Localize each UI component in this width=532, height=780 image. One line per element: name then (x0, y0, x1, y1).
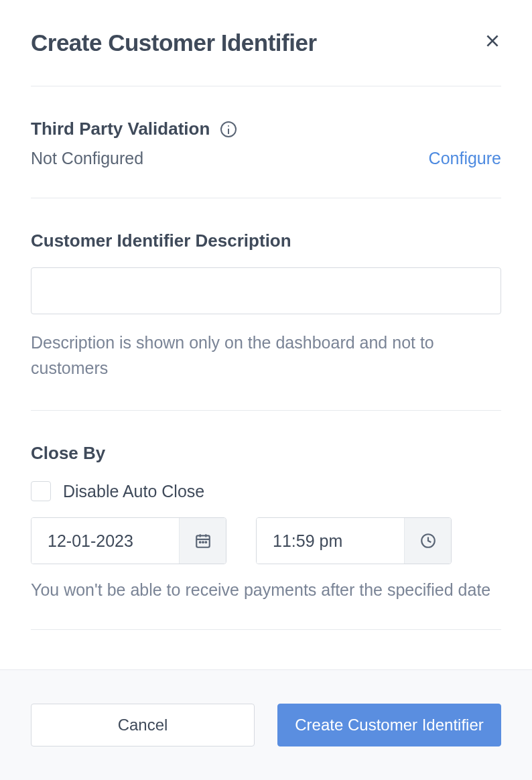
page-title: Create Customer Identifier (31, 29, 317, 56)
description-section: Customer Identifier Description Descript… (31, 198, 501, 381)
cancel-button[interactable]: Cancel (31, 704, 255, 746)
divider (31, 629, 501, 630)
calendar-icon (179, 518, 226, 564)
clock-icon (404, 518, 451, 564)
time-value: 11:59 pm (257, 518, 404, 564)
info-icon[interactable] (220, 121, 237, 137)
configure-link[interactable]: Configure (429, 149, 501, 168)
time-input-group[interactable]: 11:59 pm (256, 517, 452, 564)
close-button[interactable] (484, 32, 501, 52)
create-customer-identifier-button[interactable]: Create Customer Identifier (277, 704, 501, 746)
validation-section: Third Party Validation Not Configured Co… (31, 86, 501, 168)
footer: Cancel Create Customer Identifier (0, 669, 532, 780)
disable-auto-close-label: Disable Auto Close (63, 482, 204, 501)
date-value: 12-01-2023 (31, 518, 179, 564)
validation-label: Third Party Validation (31, 119, 210, 139)
close-icon (484, 32, 501, 50)
description-helper: Description is shown only on the dashboa… (31, 330, 501, 381)
svg-point-6 (205, 541, 206, 543)
date-input-group[interactable]: 12-01-2023 (31, 517, 226, 564)
svg-point-5 (202, 541, 204, 543)
close-by-label: Close By (31, 443, 501, 464)
disable-auto-close-checkbox[interactable] (31, 481, 51, 501)
svg-point-4 (199, 541, 200, 543)
description-input[interactable] (31, 267, 501, 314)
validation-status: Not Configured (31, 149, 143, 168)
close-by-section: Close By Disable Auto Close 12-01-2023 (31, 411, 501, 600)
close-by-helper: You won't be able to receive payments af… (31, 580, 501, 600)
description-label: Customer Identifier Description (31, 231, 501, 251)
